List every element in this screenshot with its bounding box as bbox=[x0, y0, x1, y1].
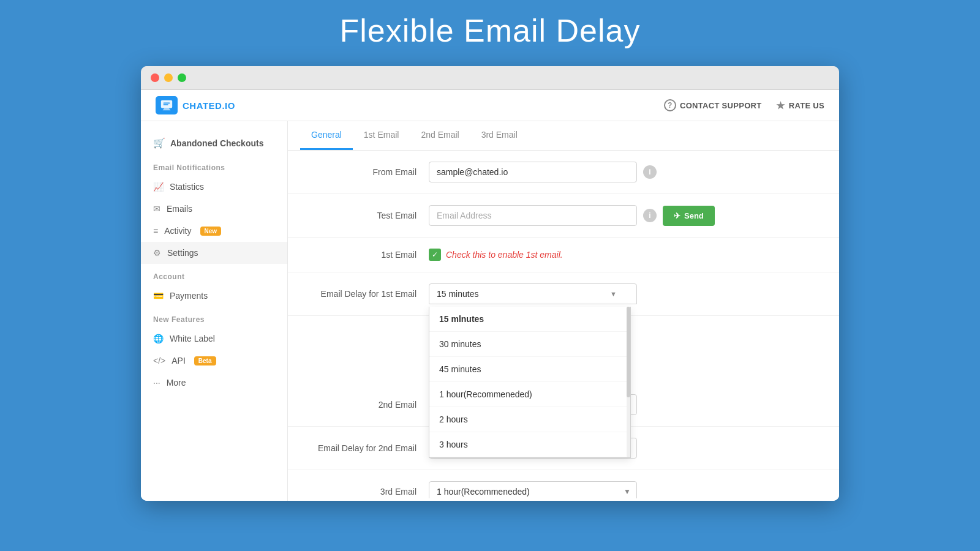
activity-new-badge: New bbox=[200, 227, 222, 236]
sidebar-item-abandoned-checkouts[interactable]: 🛒 Abandoned Checkouts bbox=[141, 131, 287, 155]
delay-1st-dropdown[interactable]: 15 minutes ▼ 15 mlnutes 30 minutes 45 mi… bbox=[429, 283, 637, 304]
rate-us-button[interactable]: ★ RATE US bbox=[776, 100, 824, 111]
enable-checkbox[interactable]: ✓ bbox=[429, 249, 441, 261]
app-window: CHATED.IO ? CONTACT SUPPORT ★ RATE US 🛒 … bbox=[141, 66, 839, 501]
sidebar-item-white-label[interactable]: 🌐 White Label bbox=[141, 328, 287, 350]
first-email-enable-row: 1st Email ✓ Check this to enable 1st ema… bbox=[288, 238, 839, 272]
from-email-info-icon[interactable]: i bbox=[643, 165, 657, 179]
maximize-button[interactable] bbox=[178, 73, 186, 82]
dropdown-option-2hours[interactable]: 2 hours bbox=[429, 407, 630, 432]
delay-1st-trigger[interactable]: 15 minutes ▼ bbox=[429, 283, 637, 304]
test-email-input[interactable] bbox=[429, 205, 637, 226]
from-email-input-wrap: i bbox=[429, 162, 821, 182]
sidebar-item-settings[interactable]: ⚙ Settings bbox=[141, 242, 287, 264]
settings-icon: ⚙ bbox=[153, 248, 161, 258]
tab-1st-email[interactable]: 1st Email bbox=[353, 121, 410, 150]
chevron-down-icon: ▼ bbox=[610, 290, 617, 298]
logo[interactable]: CHATED.IO bbox=[156, 96, 235, 114]
dropdown-option-3hours[interactable]: 3 hours bbox=[429, 432, 630, 457]
third-email-dropdown[interactable]: 1 hour(Recommeneded) ▼ bbox=[429, 481, 637, 498]
test-email-label: Test Email bbox=[306, 211, 429, 220]
dropdown-option-30min[interactable]: 30 minutes bbox=[429, 332, 630, 357]
logo-icon bbox=[156, 96, 178, 114]
test-email-input-wrap: i ✈ Send bbox=[429, 205, 821, 226]
dropdown-scrollbar-thumb bbox=[627, 307, 630, 397]
main-layout: 🛒 Abandoned Checkouts Email Notification… bbox=[141, 121, 839, 501]
sidebar-item-payments[interactable]: 💳 Payments bbox=[141, 285, 287, 307]
globe-icon: 🌐 bbox=[153, 334, 164, 343]
more-icon: ··· bbox=[153, 378, 160, 388]
tab-2nd-email[interactable]: 2nd Email bbox=[410, 121, 470, 150]
delay-1st-label: Email Delay for 1st Email bbox=[306, 289, 429, 299]
second-email-label: 2nd Email bbox=[306, 400, 429, 410]
third-email-select[interactable]: 1 hour(Recommeneded) bbox=[429, 481, 637, 498]
content-area: General 1st Email 2nd Email 3rd Email Fr… bbox=[288, 121, 839, 501]
delay-1st-input-wrap: 15 minutes ▼ 15 mlnutes 30 minutes 45 mi… bbox=[429, 283, 821, 304]
enable-text: Check this to enable 1st email. bbox=[446, 250, 563, 260]
dropdown-option-1hour[interactable]: 1 hour(Recommeneded) bbox=[429, 382, 630, 407]
minimize-button[interactable] bbox=[164, 73, 173, 82]
sidebar-section-account: Account bbox=[141, 264, 287, 285]
test-email-info-icon[interactable]: i bbox=[643, 209, 657, 222]
question-icon: ? bbox=[664, 99, 676, 111]
tabs-bar: General 1st Email 2nd Email 3rd Email bbox=[288, 121, 839, 151]
cart-icon: 🛒 bbox=[153, 137, 165, 149]
form-content: From Email i Test Email i ✈ Send bbox=[288, 151, 839, 498]
title-bar bbox=[141, 66, 839, 90]
sidebar-section-email-notifications: Email Notifications bbox=[141, 155, 287, 176]
api-beta-badge: Beta bbox=[194, 356, 216, 365]
logo-text: CHATED.IO bbox=[183, 100, 235, 111]
dropdown-option-45min[interactable]: 45 minutes bbox=[429, 357, 630, 382]
from-email-input[interactable] bbox=[429, 162, 637, 182]
sidebar-item-statistics[interactable]: 📈 Statistics bbox=[141, 176, 287, 198]
contact-support-button[interactable]: ? CONTACT SUPPORT bbox=[664, 99, 762, 111]
sidebar-section-new-features: New Features bbox=[141, 307, 287, 328]
tab-general[interactable]: General bbox=[300, 121, 353, 150]
enable-row: ✓ Check this to enable 1st email. bbox=[429, 249, 563, 261]
from-email-row: From Email i bbox=[288, 151, 839, 194]
close-button[interactable] bbox=[151, 73, 159, 82]
activity-icon: ≡ bbox=[153, 226, 158, 236]
chart-icon: 📈 bbox=[153, 182, 164, 192]
send-icon: ✈ bbox=[674, 211, 680, 220]
api-icon: </> bbox=[153, 356, 165, 365]
email-icon: ✉ bbox=[153, 204, 160, 214]
header-actions: ? CONTACT SUPPORT ★ RATE US bbox=[664, 99, 824, 111]
dropdown-option-15min[interactable]: 15 mlnutes bbox=[429, 307, 630, 332]
first-email-enable-wrap: ✓ Check this to enable 1st email. bbox=[429, 249, 821, 261]
test-email-row: Test Email i ✈ Send bbox=[288, 194, 839, 238]
app-header: CHATED.IO ? CONTACT SUPPORT ★ RATE US bbox=[141, 90, 839, 121]
star-icon: ★ bbox=[776, 100, 785, 111]
sidebar-item-more[interactable]: ··· More bbox=[141, 372, 287, 394]
third-email-row: 3rd Email 1 hour(Recommeneded) ▼ bbox=[288, 470, 839, 498]
page-title: Flexible Email Delay bbox=[339, 12, 640, 49]
dropdown-scrollbar bbox=[627, 307, 630, 457]
payments-icon: 💳 bbox=[153, 291, 164, 301]
sidebar-item-emails[interactable]: ✉ Emails bbox=[141, 198, 287, 220]
third-email-label: 3rd Email bbox=[306, 487, 429, 497]
first-email-label: 1st Email bbox=[306, 250, 429, 260]
svg-rect-0 bbox=[161, 100, 172, 108]
send-button[interactable]: ✈ Send bbox=[663, 206, 715, 226]
tab-3rd-email[interactable]: 3rd Email bbox=[470, 121, 529, 150]
sidebar-item-api[interactable]: </> API Beta bbox=[141, 350, 287, 372]
sidebar: 🛒 Abandoned Checkouts Email Notification… bbox=[141, 121, 288, 501]
delay-1st-dropdown-list: 15 mlnutes 30 minutes 45 minutes 1 hour(… bbox=[429, 307, 631, 458]
delay-2nd-label: Email Delay for 2nd Email bbox=[306, 443, 429, 453]
delay-1st-row: Email Delay for 1st Email 15 minutes ▼ 1… bbox=[288, 272, 839, 316]
from-email-label: From Email bbox=[306, 167, 429, 177]
sidebar-item-activity[interactable]: ≡ Activity New bbox=[141, 220, 287, 242]
third-email-wrap: 1 hour(Recommeneded) ▼ bbox=[429, 481, 821, 498]
